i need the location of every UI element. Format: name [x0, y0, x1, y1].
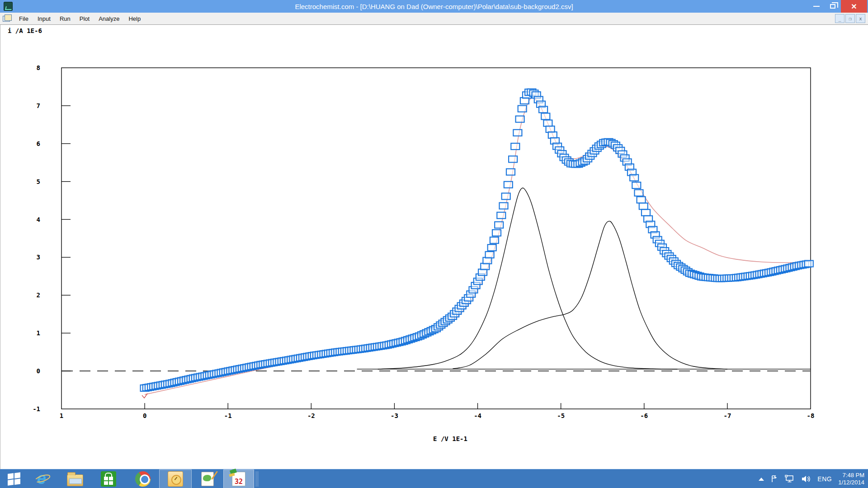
menu-input[interactable]: Input — [33, 14, 55, 24]
clock-date: 1/12/2014 — [838, 479, 864, 486]
document-window-icon[interactable] — [3, 16, 10, 22]
internet-explorer-icon[interactable]: e — [33, 469, 52, 488]
svg-text:0: 0 — [143, 412, 146, 419]
experimental-symbol-band — [141, 89, 813, 391]
svg-text:8: 8 — [37, 64, 40, 71]
plot-frame — [61, 68, 811, 409]
system-tray: ENG 7:48 PM 1/12/2014 — [759, 469, 868, 488]
x-axis-title: E /V 1E-1 — [376, 435, 525, 442]
svg-text:-1: -1 — [224, 412, 232, 419]
volume-icon[interactable] — [801, 475, 811, 483]
menu-run[interactable]: Run — [55, 14, 75, 24]
plot-client-area: i /A 1E-6 876543210-110-1-2-3-4-5-6-7-8 … — [0, 25, 868, 469]
minimize-icon — [813, 6, 820, 7]
svg-text:-2: -2 — [307, 412, 315, 419]
electrochemist-app-button[interactable]: 32 — [223, 469, 254, 488]
window-title: Electrochemist.com - [D:\HUANG on Dad (O… — [0, 3, 868, 10]
component-1-curve — [378, 188, 678, 369]
fitted-curve-curve — [145, 98, 811, 394]
minimize-button[interactable] — [808, 0, 825, 13]
clock[interactable]: 7:48 PM 1/12/2014 — [838, 472, 864, 486]
menu-help[interactable]: Help — [124, 14, 145, 24]
outlook-icon — [168, 471, 183, 487]
start-button[interactable] — [5, 469, 23, 488]
svg-text:-5: -5 — [557, 412, 565, 419]
network-icon[interactable] — [785, 475, 795, 483]
mdi-close-button[interactable]: x — [856, 14, 865, 23]
language-indicator[interactable]: ENG — [817, 475, 832, 483]
clock-time: 7:48 PM — [838, 472, 864, 479]
close-icon: ✕ — [851, 2, 857, 11]
svg-text:1: 1 — [37, 329, 40, 337]
menu-analyze[interactable]: Analyze — [94, 14, 124, 24]
svg-text:6: 6 — [37, 140, 40, 147]
svg-text:-1: -1 — [33, 405, 40, 413]
svg-text:4: 4 — [37, 216, 40, 223]
electrochemist-32-icon: 32 — [232, 472, 245, 486]
svg-text:-4: -4 — [474, 412, 481, 419]
svg-text:2: 2 — [37, 291, 40, 299]
restore-icon — [830, 4, 835, 9]
close-button[interactable]: ✕ — [841, 0, 867, 13]
taskbar-divider2 — [258, 471, 258, 487]
mdi-restore-button[interactable]: ❐ — [845, 14, 855, 23]
notepad-plus-plus-icon[interactable] — [198, 469, 217, 488]
file-explorer-icon[interactable] — [66, 469, 84, 488]
svg-text:1: 1 — [60, 412, 63, 419]
taskbar: e 32 ENG 7:48 PM — [0, 469, 868, 488]
outlook-button[interactable] — [159, 469, 192, 488]
svg-text:-3: -3 — [391, 412, 398, 419]
taskbar-divider — [256, 471, 256, 487]
mdi-window-controls: _ ❐ x — [835, 14, 865, 23]
app-icon — [4, 2, 13, 11]
restore-button[interactable] — [825, 0, 841, 13]
title-bar: Electrochemist.com - [D:\HUANG on Dad (O… — [0, 0, 868, 13]
chart-canvas: 876543210-110-1-2-3-4-5-6-7-8 — [0, 25, 868, 469]
windows-store-icon[interactable] — [100, 469, 117, 488]
svg-text:3: 3 — [37, 253, 40, 261]
svg-text:-6: -6 — [640, 412, 648, 419]
mdi-minimize-button[interactable]: _ — [835, 14, 844, 23]
svg-text:-7: -7 — [723, 412, 731, 419]
svg-text:7: 7 — [37, 102, 40, 109]
svg-text:-8: -8 — [807, 412, 815, 419]
show-hidden-icons-button[interactable] — [759, 478, 764, 481]
menu-bar: File Input Run Plot Analyze Help _ ❐ x — [0, 13, 868, 25]
svg-text:0: 0 — [37, 367, 40, 375]
windows-logo-icon — [8, 472, 20, 485]
svg-text:5: 5 — [37, 178, 40, 185]
action-center-flag-icon[interactable] — [770, 475, 778, 483]
menu-file[interactable]: File — [14, 14, 33, 24]
chrome-icon[interactable] — [134, 469, 151, 488]
menu-plot[interactable]: Plot — [75, 14, 94, 24]
